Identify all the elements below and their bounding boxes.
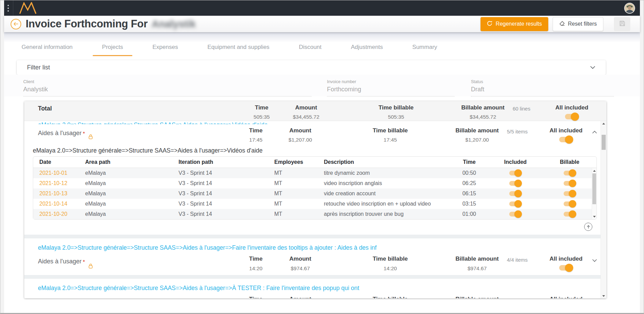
group-billable-amount: Billable amount $974.67 — [448, 252, 506, 275]
header-actions: Regenerate results Reset filters — [481, 17, 630, 31]
billable-toggle[interactable] — [563, 210, 576, 218]
tab-expenses[interactable]: Expenses — [153, 44, 178, 56]
group-name: Aides à l'usager — [38, 258, 82, 265]
all-included-toggle[interactable] — [559, 264, 573, 272]
included-toggle[interactable] — [509, 190, 522, 197]
table-row: 2021-10-20 eMalaya V3 - Sprint 14 MT apr… — [33, 209, 596, 219]
group-items-count: 4/4 items — [506, 252, 544, 275]
collapse-up-button[interactable] — [584, 223, 592, 231]
included-toggle[interactable] — [509, 200, 522, 208]
scrollbar-thumb[interactable] — [602, 135, 606, 150]
invoice-number-field[interactable]: Invoice number Forthcoming — [327, 79, 455, 96]
all-included-toggle[interactable] — [559, 135, 573, 144]
scroll-up-arrow[interactable] — [601, 121, 606, 126]
group-all-included: All included — [544, 252, 588, 275]
billable-toggle[interactable] — [563, 169, 576, 177]
total-time-billable: Time billable 505:35 — [338, 101, 454, 122]
topbar-divider — [13, 0, 13, 16]
tab-equipment-and-supplies[interactable]: Equipment and supplies — [207, 44, 269, 56]
date-link[interactable]: 2021-10-14 — [33, 201, 81, 207]
date-link[interactable]: 2021-10-13 — [33, 191, 81, 197]
page-title: Invoice Forthcoming For — [26, 18, 148, 30]
group-items-count: 1/1 item — [506, 293, 544, 298]
tab-general-information[interactable]: General information — [22, 44, 73, 56]
client-name-blurred: Analystik — [152, 18, 196, 30]
chevron-down-icon[interactable] — [588, 293, 601, 298]
group-name-cell: Aides à l'usager * — [24, 293, 244, 298]
chevron-up-icon[interactable] — [588, 124, 601, 145]
billable-toggle[interactable] — [563, 180, 576, 187]
group-name: Aides à l'usager — [38, 130, 82, 137]
kebab-menu-icon[interactable] — [4, 5, 13, 12]
tab-projects[interactable]: Projects — [102, 44, 123, 56]
tab-bar: General information Projects Expenses Eq… — [4, 32, 640, 56]
group-section: eMalaya 2.0=>Structure générale=>Structu… — [24, 238, 601, 275]
work-item-link[interactable]: eMalaya 2.0=>Structure générale=>Structu… — [24, 279, 601, 293]
lock-icon — [89, 134, 93, 141]
status-field[interactable]: Status Draft — [471, 79, 614, 96]
save-button-disabled[interactable] — [614, 17, 630, 31]
regenerate-results-button[interactable]: Regenerate results — [481, 17, 548, 31]
group-amount: Amount $1,207.00 — [268, 124, 332, 145]
date-link[interactable]: 2021-10-12 — [33, 180, 81, 186]
invoice-meta-fields: Client Analystik Invoice number Forthcom… — [4, 75, 640, 96]
group-all-included: All included — [544, 124, 588, 145]
table-scrollbar[interactable] — [592, 168, 596, 219]
tab-summary[interactable]: Summary — [412, 44, 437, 56]
tab-adjustments[interactable]: Adjustments — [351, 44, 383, 56]
tab-discount[interactable]: Discount — [299, 44, 321, 56]
group-billable-amount: Billable amount $1,207.00 — [448, 124, 506, 145]
filter-list-label: Filter list — [27, 64, 50, 71]
date-link[interactable]: 2021-10-20 — [33, 211, 81, 217]
group-section: eMalaya 2.0=>Structure générale=>Structu… — [24, 279, 601, 298]
page-header: Invoice Forthcoming For Analystik Regene… — [4, 16, 640, 32]
groups-scrollbar[interactable] — [601, 121, 606, 298]
scroll-down-arrow[interactable] — [601, 294, 606, 298]
billable-toggle[interactable] — [563, 200, 576, 208]
required-asterisk: * — [83, 131, 85, 136]
save-floppy-icon — [619, 21, 625, 28]
group-billable-amount: Billable amount — [448, 293, 506, 298]
group-time-billable: Time billable — [332, 293, 448, 298]
work-item-link[interactable]: eMalaya 2.0=>Structure générale=>Structu… — [24, 238, 601, 252]
included-toggle[interactable] — [509, 169, 522, 177]
app-logo-icon[interactable] — [19, 2, 37, 14]
group-all-included: All included — [544, 293, 588, 298]
group-footer — [24, 220, 601, 235]
table-header-row: Date Area path Iteration path Employees … — [33, 157, 596, 168]
table-row: 2021-10-13 eMalaya V3 - Sprint 14 MT vid… — [33, 188, 596, 199]
group-time: Time 17:45 — [244, 124, 268, 145]
group-time: Time — [244, 293, 268, 298]
chevron-down-icon[interactable] — [588, 252, 601, 275]
group-header: Aides à l'usager * Time 17:45 Amount — [24, 124, 601, 145]
reset-filters-button[interactable]: Reset filters — [553, 17, 603, 31]
included-toggle[interactable] — [509, 210, 522, 218]
filter-list-expander[interactable]: Filter list — [17, 60, 606, 75]
group-time-billable: Time billable 17:45 — [332, 124, 448, 145]
invoice-number-field-label: Invoice number — [327, 79, 455, 84]
chevron-down-icon[interactable] — [590, 64, 595, 70]
topbar — [4, 0, 640, 16]
scroll-down-arrow[interactable] — [592, 214, 596, 219]
group-time: Time 14:20 — [244, 252, 268, 275]
table-row: 2021-10-01 eMalaya V3 - Sprint 14 MT tit… — [33, 168, 596, 178]
group-amount: Amount $974.67 — [268, 252, 332, 275]
group-section: Aides à l'usager * Time 17:45 Amount — [24, 124, 601, 235]
eraser-icon — [559, 21, 565, 28]
required-asterisk: * — [83, 259, 85, 264]
scrollbar-thumb[interactable] — [592, 173, 596, 204]
totals-row: Total Time 505:35 Amount $34,455.72 Time… — [24, 101, 606, 121]
client-field-value: Analystik — [23, 86, 312, 93]
app-window: Invoice Forthcoming For Analystik Regene… — [4, 0, 640, 313]
refresh-icon — [487, 21, 492, 28]
total-amount: Amount $34,455.72 — [274, 101, 338, 122]
scroll-up-arrow[interactable] — [592, 169, 596, 173]
user-avatar[interactable] — [624, 3, 635, 14]
back-button[interactable] — [11, 19, 21, 29]
table-row: 2021-10-14 eMalaya V3 - Sprint 14 MT ret… — [33, 199, 596, 209]
all-included-toggle[interactable] — [565, 113, 579, 121]
included-toggle[interactable] — [509, 180, 522, 187]
billable-toggle[interactable] — [563, 190, 576, 197]
client-field[interactable]: Client Analystik — [23, 79, 312, 96]
date-link[interactable]: 2021-10-01 — [33, 170, 81, 176]
